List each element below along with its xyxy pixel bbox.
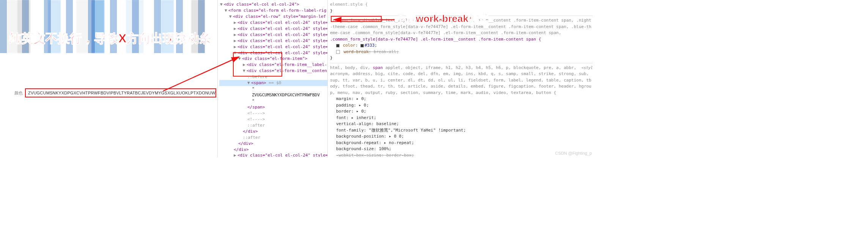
dom-node[interactable]: <div class="el-col el-col-24" style= xyxy=(237,153,328,157)
css-rule[interactable]: background-position: ▸ 0 0; xyxy=(330,133,593,140)
dom-node[interactable]: <div class="el-col el-col-24" style= xyxy=(237,38,328,43)
dom-node[interactable]: <div class="el-form-item"> xyxy=(242,56,307,61)
dom-node-close[interactable]: </div> xyxy=(234,147,249,152)
css-rule[interactable]: margin: ▸ 0; xyxy=(330,96,593,102)
css-rule[interactable]: vertical-align: baseline; xyxy=(330,121,593,127)
css-rule[interactable]: font-family: "微软雅黑","Microsoft YaHei" !i… xyxy=(330,127,593,134)
form-field-label: 颜色 xyxy=(14,90,23,96)
css-rule[interactable]: background-repeat: ▸ no-repeat; xyxy=(330,140,593,146)
dom-node[interactable]: <div class="el-col el-col-24" style= xyxy=(237,44,328,49)
css-selector-main[interactable]: .common_form_style[data-v-fe74477e] .el-… xyxy=(330,37,541,42)
dom-node[interactable]: <div class="el-col el-col-24" style= xyxy=(237,20,328,25)
dom-node[interactable]: <div class="el-col el-col-24" style= xyxy=(237,32,328,37)
devtools-elements-panel[interactable]: ▼<div class="el-col el-col-24"> ▼<form c… xyxy=(218,0,328,157)
dom-comment[interactable]: <!----> xyxy=(219,116,327,122)
overflow-value-box: ZVUGCUMSNKYXDPGXCVHTPRWFBDVIPBVLTYRATBCJ… xyxy=(25,88,216,97)
dom-node[interactable]: <div class="el-col el-col-24"> xyxy=(224,2,299,7)
annotation-text-2: 不加work-break样式 xyxy=(396,12,488,25)
dom-node[interactable]: <div class="el-col el-col-24" style= xyxy=(237,50,328,55)
dom-node[interactable]: <div class="el-form-item__label- xyxy=(247,62,327,67)
dom-node-close[interactable]: </div> xyxy=(243,129,258,134)
dom-node[interactable]: <div class="el-row" style="margin-lef xyxy=(233,14,326,19)
dom-text-node[interactable]: ZVUGCUMSNKYXDPGXCVHTPRWFBDV xyxy=(219,92,327,98)
source-link[interactable]: <styl xyxy=(581,65,593,71)
overflow-text: ZVUGCUMSNKYXDPGXCVHTPRWFBDVIPBVLTYRATBCJ… xyxy=(28,91,216,95)
annotation-text-1: 纯英文不换行，导致X方向出现滚动条 xyxy=(9,30,211,47)
watermark: CSDN @Fighting_p xyxy=(555,151,592,155)
dom-node-selected[interactable]: ▼<span> == $0 xyxy=(219,80,327,86)
css-rule[interactable]: font: ▸ inherit; xyxy=(330,115,593,121)
dom-node[interactable]: <form class="el-form el-form--label-rig xyxy=(228,8,326,13)
dom-node-close[interactable]: </span> xyxy=(247,105,265,110)
css-selector-reset[interactable]: html, body, div, spanhtml, body, div, sp… xyxy=(330,65,593,96)
css-rule[interactable]: background-size: 100%; xyxy=(330,146,593,152)
dom-node[interactable]: <div class="el-form-item__conten xyxy=(247,68,327,73)
element-style-selector[interactable]: element.style { xyxy=(330,2,368,7)
dom-comment[interactable]: <!----> xyxy=(219,110,327,116)
word-break-rule[interactable]: word-break: break-all; xyxy=(330,49,593,55)
pseudo-before[interactable]: ::before xyxy=(219,74,327,80)
css-rule[interactable]: border: ▸ 0; xyxy=(330,108,593,115)
page-preview: 纯英文不换行，导致X方向出现滚动条 颜色 ZVUGCUMSNKYXDPGXCVH… xyxy=(0,0,218,157)
css-rule[interactable]: padding: ▸ 0; xyxy=(330,102,593,109)
checkbox-unchecked[interactable] xyxy=(336,50,340,54)
dom-text-quote: " xyxy=(219,98,327,104)
css-rule-struck[interactable]: -webkit-box-sizing: border-box; xyxy=(330,152,593,157)
dom-node-close[interactable]: </div> xyxy=(238,141,253,146)
dom-text-quote: " xyxy=(219,86,327,92)
pseudo-after[interactable]: ::after xyxy=(219,135,327,141)
dom-node[interactable]: <div class="el-col el-col-24" style= xyxy=(237,26,328,31)
color-swatch[interactable] xyxy=(336,44,340,47)
pseudo-after[interactable]: ::after xyxy=(219,122,327,129)
